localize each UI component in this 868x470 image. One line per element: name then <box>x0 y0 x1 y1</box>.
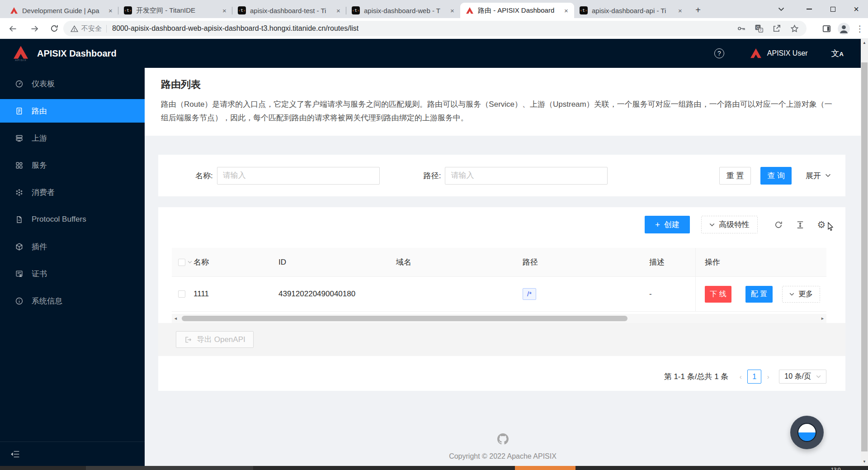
tab-titanide-workspace[interactable]: ‹t› 开发空间 - TitanIDE × <box>118 3 232 18</box>
close-icon[interactable]: × <box>334 6 343 15</box>
close-icon[interactable]: × <box>106 6 115 15</box>
search-button[interactable]: 查 询 <box>760 167 792 185</box>
close-icon[interactable]: × <box>676 6 684 15</box>
system-info-icon <box>15 297 24 305</box>
sidebar-item-plugins[interactable]: 插件 <box>0 235 145 258</box>
app-header: APISIX APISIX Dashboard ? APISIX User 文A <box>0 39 861 68</box>
bookmark-star-icon[interactable] <box>790 24 799 33</box>
page-size-select[interactable]: 10 条/页 <box>779 370 826 384</box>
tab-title: 路由 - APISIX Dashboard <box>478 6 560 15</box>
name-filter-input[interactable] <box>217 167 380 185</box>
previous-page-icon[interactable]: ‹ <box>736 373 745 380</box>
expand-filters-link[interactable]: 展开 <box>806 171 831 181</box>
maximize-button[interactable] <box>821 0 844 18</box>
sidebar: 仪表板 路由 上游 服务 消费者 Protocol Buffers <box>0 68 145 466</box>
not-secure-warning-icon <box>71 25 78 32</box>
apisix-favicon <box>10 6 18 14</box>
tab-title: Development Guide | Apa <box>22 7 104 14</box>
url-text[interactable]: 8000-apisix-dashboard-web-apisix-dashboa… <box>112 24 359 33</box>
close-icon[interactable]: × <box>562 6 571 15</box>
path-tag[interactable]: /* <box>523 288 536 300</box>
tab-apisix-dashboard-api[interactable]: ‹t› apisix-dashboard-api - Ti × <box>574 3 688 18</box>
brand[interactable]: APISIX APISIX Dashboard <box>0 45 145 62</box>
scroll-left-arrow-icon[interactable]: ◄ <box>174 316 178 321</box>
close-icon[interactable]: × <box>220 6 229 15</box>
browser-menu-dots-icon[interactable]: ⋮ <box>856 24 863 34</box>
taskbar-edge[interactable]: 13:0 <box>0 466 868 470</box>
reset-button[interactable]: 重 置 <box>719 167 751 185</box>
sidebar-item-upstream[interactable]: 上游 <box>0 126 145 150</box>
row-checkbox[interactable] <box>178 290 185 298</box>
table-horizontal-scrollbar[interactable]: ◄ ► <box>172 314 826 323</box>
path-filter-input[interactable] <box>445 167 608 185</box>
advanced-features-button[interactable]: 高级特性 <box>701 216 758 233</box>
page-number-button[interactable]: 1 <box>747 370 761 384</box>
new-tab-button[interactable]: + <box>692 4 704 16</box>
sidebar-item-certificates[interactable]: 证书 <box>0 262 145 285</box>
more-button[interactable]: 更多 <box>782 286 820 303</box>
route-name-cell[interactable]: 1111 <box>193 277 278 311</box>
tab-apisix-dashboard-routes-active[interactable]: 路由 - APISIX Dashboard × <box>460 3 574 18</box>
browser-tab-bar: Development Guide | Apa × ‹t› 开发空间 - Tit… <box>0 0 868 18</box>
user-menu[interactable]: APISIX User <box>750 48 808 59</box>
password-key-icon[interactable] <box>737 24 746 33</box>
protobuf-icon <box>15 215 24 224</box>
logo-subtext: APISIX <box>12 59 29 62</box>
sidebar-item-protocol-buffers[interactable]: Protocol Buffers <box>0 208 145 231</box>
export-openapi-button[interactable]: 导出 OpenAPI <box>176 331 254 348</box>
vertical-scrollbar-thumb[interactable] <box>861 62 868 451</box>
github-icon[interactable] <box>497 433 509 445</box>
collapse-menu-icon[interactable] <box>11 450 20 458</box>
select-all-checkbox[interactable] <box>178 259 185 266</box>
forward-icon[interactable] <box>27 21 42 36</box>
minimize-button[interactable] <box>797 0 821 18</box>
refresh-icon[interactable] <box>774 220 783 229</box>
column-header-path[interactable]: 路径 <box>523 248 649 276</box>
translate-icon[interactable]: G文 <box>755 24 764 33</box>
share-icon[interactable] <box>772 24 781 33</box>
window-controls: × <box>772 0 868 18</box>
next-page-icon[interactable]: › <box>764 373 773 380</box>
tab-search-chevron-icon[interactable] <box>772 7 790 11</box>
settings-gear-icon[interactable]: ⚙ <box>816 220 826 229</box>
column-header-name[interactable]: 名称 <box>193 248 278 276</box>
horizontal-scrollbar-thumb[interactable] <box>182 316 627 321</box>
copyright-text: Copyright © 2022 Apache APISIX <box>145 452 861 461</box>
column-header-host[interactable]: 域名 <box>396 248 523 276</box>
omnibox[interactable]: 不安全 8000-apisix-dashboard-web-apisix-das… <box>63 21 807 36</box>
sidebar-item-routes[interactable]: 路由 <box>0 99 145 123</box>
reload-icon[interactable] <box>47 21 62 36</box>
table-toolbar: + 创建 高级特性 ⚙ <box>172 216 826 233</box>
density-icon[interactable] <box>796 220 805 229</box>
profile-avatar[interactable] <box>837 22 850 35</box>
sidebar-item-services[interactable]: 服务 <box>0 153 145 177</box>
configure-button[interactable]: 配 置 <box>745 286 773 303</box>
scroll-up-arrow-icon[interactable]: ▲ <box>861 39 868 46</box>
security-label[interactable]: 不安全 <box>81 24 102 33</box>
browser-vertical-scrollbar[interactable]: ▲ ▼ <box>861 39 868 466</box>
scroll-right-arrow-icon[interactable]: ► <box>821 316 825 321</box>
assistant-float-button[interactable] <box>790 416 824 449</box>
close-window-button[interactable]: × <box>844 0 868 18</box>
help-icon[interactable]: ? <box>714 48 724 58</box>
chevron-down-icon[interactable] <box>188 261 192 264</box>
tab-development-guide[interactable]: Development Guide | Apa × <box>5 3 118 18</box>
name-filter-label: 名称: <box>195 171 213 181</box>
tab-apisix-dashboard-web[interactable]: ‹t› apisix-dashboard-web - T × <box>346 3 460 18</box>
close-icon[interactable]: × <box>448 6 457 15</box>
sidebar-item-label: 消费者 <box>32 187 55 198</box>
sidebar-item-system-info[interactable]: 系统信息 <box>0 289 145 313</box>
pagination: 第 1-1 条/总共 1 条 ‹ 1 › 10 条/页 <box>172 370 826 384</box>
scroll-down-arrow-icon[interactable]: ▼ <box>861 458 868 465</box>
sidebar-item-dashboard[interactable]: 仪表板 <box>0 72 145 95</box>
sidebar-item-consumers[interactable]: 消费者 <box>0 180 145 204</box>
column-header-id[interactable]: ID <box>278 248 396 276</box>
side-panel-icon[interactable] <box>822 24 831 33</box>
column-header-description[interactable]: 描述 <box>649 248 695 276</box>
tab-apisix-dashboard-test[interactable]: ‹t› apisix-dashboard-test - Ti × <box>232 3 346 18</box>
back-icon[interactable] <box>5 21 20 36</box>
create-route-button[interactable]: + 创建 <box>645 216 690 233</box>
language-switch-icon[interactable]: 文A <box>831 48 844 59</box>
offline-button[interactable]: 下 线 <box>705 286 731 303</box>
upstream-icon <box>15 134 24 142</box>
